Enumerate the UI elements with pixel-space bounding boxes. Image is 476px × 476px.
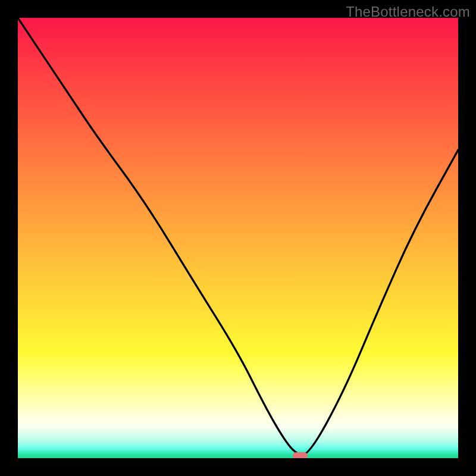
bottleneck-curve bbox=[18, 18, 458, 458]
attribution-watermark: TheBottleneck.com bbox=[346, 4, 470, 20]
optimal-marker bbox=[293, 452, 308, 458]
chart-container: TheBottleneck.com bbox=[0, 0, 476, 476]
plot-area bbox=[18, 18, 458, 458]
